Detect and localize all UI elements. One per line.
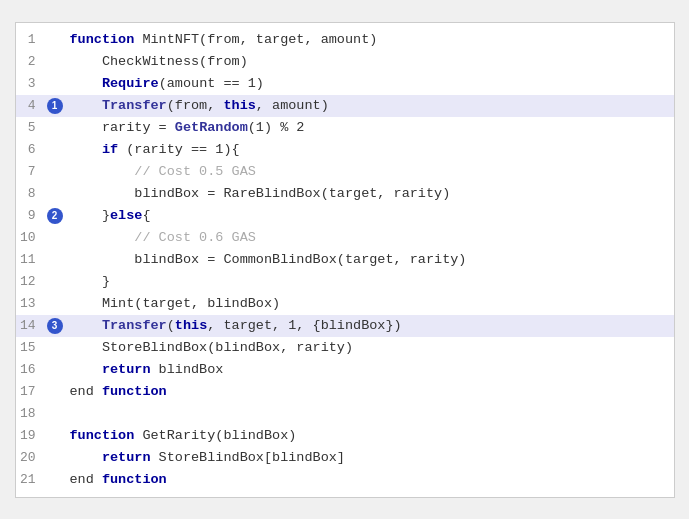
line-content-16: return blindBox	[66, 362, 674, 377]
code-line-21: 21 end function	[16, 469, 674, 491]
line-content-2: CheckWitness(from)	[66, 54, 674, 69]
line-num-15: 15	[16, 340, 44, 355]
line-content-17: end function	[66, 384, 674, 399]
line-num-18: 18	[16, 406, 44, 421]
bullet-area-14: 3	[44, 318, 66, 334]
line-num-12: 12	[16, 274, 44, 289]
line-num-11: 11	[16, 252, 44, 267]
code-line-2: 2 CheckWitness(from)	[16, 51, 674, 73]
line-num-8: 8	[16, 186, 44, 201]
kw-function-end-1: function	[102, 384, 167, 399]
line-num-10: 10	[16, 230, 44, 245]
code-line-7: 7 // Cost 0.5 GAS	[16, 161, 674, 183]
line-num-6: 6	[16, 142, 44, 157]
line-num-16: 16	[16, 362, 44, 377]
code-line-9: 9 2 }else{	[16, 205, 674, 227]
line-content-18	[66, 406, 674, 421]
code-line-1: 1 function MintNFT(from, target, amount)	[16, 29, 674, 51]
kw-function-2: function	[70, 428, 135, 443]
line-num-19: 19	[16, 428, 44, 443]
kw-require: Require	[102, 76, 159, 91]
code-line-6: 6 if (rarity == 1){	[16, 139, 674, 161]
line-num-1: 1	[16, 32, 44, 47]
kw-getrandom: GetRandom	[175, 120, 248, 135]
code-line-3: 3 Require(amount == 1)	[16, 73, 674, 95]
kw-function: function	[70, 32, 135, 47]
kw-transfer-2: Transfer	[102, 318, 167, 333]
line-content-21: end function	[66, 472, 674, 487]
line-content-20: return StoreBlindBox[blindBox]	[66, 450, 674, 465]
kw-return-2: return	[102, 450, 151, 465]
code-line-14: 14 3 Transfer(this, target, 1, {blindBox…	[16, 315, 674, 337]
line-content-11: blindBox = CommonBlindBox(target, rarity…	[66, 252, 674, 267]
bullet-area-4: 1	[44, 98, 66, 114]
code-line-19: 19 function GetRarity(blindBox)	[16, 425, 674, 447]
kw-function-end-2: function	[102, 472, 167, 487]
code-line-5: 5 rarity = GetRandom(1) % 2	[16, 117, 674, 139]
kw-this-1: this	[223, 98, 255, 113]
code-line-13: 13 Mint(target, blindBox)	[16, 293, 674, 315]
code-line-18: 18	[16, 403, 674, 425]
line-content-9: }else{	[66, 208, 674, 223]
line-content-13: Mint(target, blindBox)	[66, 296, 674, 311]
code-line-15: 15 StoreBlindBox(blindBox, rarity)	[16, 337, 674, 359]
line-content-8: blindBox = RareBlindBox(target, rarity)	[66, 186, 674, 201]
code-line-12: 12 }	[16, 271, 674, 293]
line-num-7: 7	[16, 164, 44, 179]
line-num-9: 9	[16, 208, 44, 223]
bullet-2: 2	[47, 208, 63, 224]
line-content-7: // Cost 0.5 GAS	[66, 164, 674, 179]
line-content-10: // Cost 0.6 GAS	[66, 230, 674, 245]
code-line-16: 16 return blindBox	[16, 359, 674, 381]
line-num-20: 20	[16, 450, 44, 465]
line-content-3: Require(amount == 1)	[66, 76, 674, 91]
line-num-17: 17	[16, 384, 44, 399]
code-line-4: 4 1 Transfer(from, this, amount)	[16, 95, 674, 117]
kw-transfer-1: Transfer	[102, 98, 167, 113]
line-num-13: 13	[16, 296, 44, 311]
bullet-3: 3	[47, 318, 63, 334]
line-num-21: 21	[16, 472, 44, 487]
kw-else: else	[110, 208, 142, 223]
line-content-15: StoreBlindBox(blindBox, rarity)	[66, 340, 674, 355]
code-line-8: 8 blindBox = RareBlindBox(target, rarity…	[16, 183, 674, 205]
kw-if: if	[102, 142, 118, 157]
code-line-17: 17 end function	[16, 381, 674, 403]
line-num-2: 2	[16, 54, 44, 69]
line-content-14: Transfer(this, target, 1, {blindBox})	[66, 318, 674, 333]
code-line-11: 11 blindBox = CommonBlindBox(target, rar…	[16, 249, 674, 271]
code-editor: 1 function MintNFT(from, target, amount)…	[15, 22, 675, 498]
bullet-1: 1	[47, 98, 63, 114]
line-content-1: function MintNFT(from, target, amount)	[66, 32, 674, 47]
kw-this-2: this	[175, 318, 207, 333]
line-num-4: 4	[16, 98, 44, 113]
line-content-5: rarity = GetRandom(1) % 2	[66, 120, 674, 135]
code-line-10: 10 // Cost 0.6 GAS	[16, 227, 674, 249]
kw-return-1: return	[102, 362, 151, 377]
line-content-12: }	[66, 274, 674, 289]
line-content-19: function GetRarity(blindBox)	[66, 428, 674, 443]
line-num-3: 3	[16, 76, 44, 91]
line-num-14: 14	[16, 318, 44, 333]
line-content-4: Transfer(from, this, amount)	[66, 98, 674, 113]
bullet-area-9: 2	[44, 208, 66, 224]
comment-1: // Cost 0.5 GAS	[134, 164, 256, 179]
line-content-6: if (rarity == 1){	[66, 142, 674, 157]
comment-2: // Cost 0.6 GAS	[134, 230, 256, 245]
line-num-5: 5	[16, 120, 44, 135]
code-line-20: 20 return StoreBlindBox[blindBox]	[16, 447, 674, 469]
